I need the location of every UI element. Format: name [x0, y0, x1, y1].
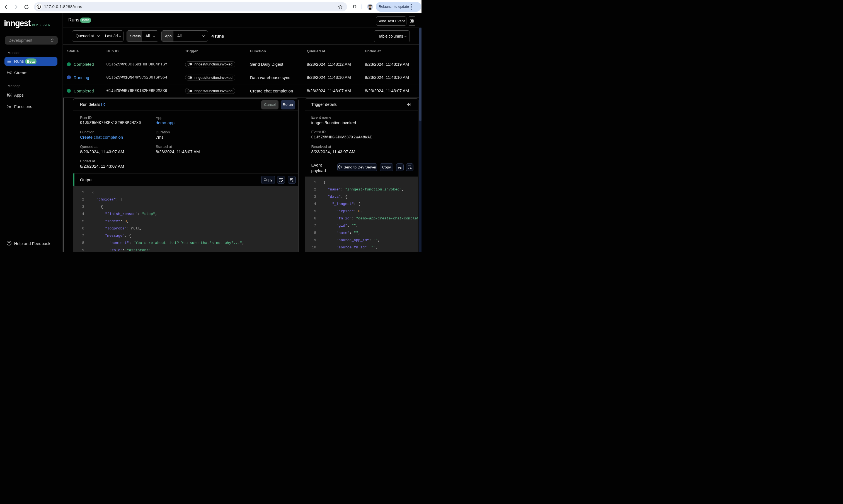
- svg-text:?: ?: [8, 242, 10, 245]
